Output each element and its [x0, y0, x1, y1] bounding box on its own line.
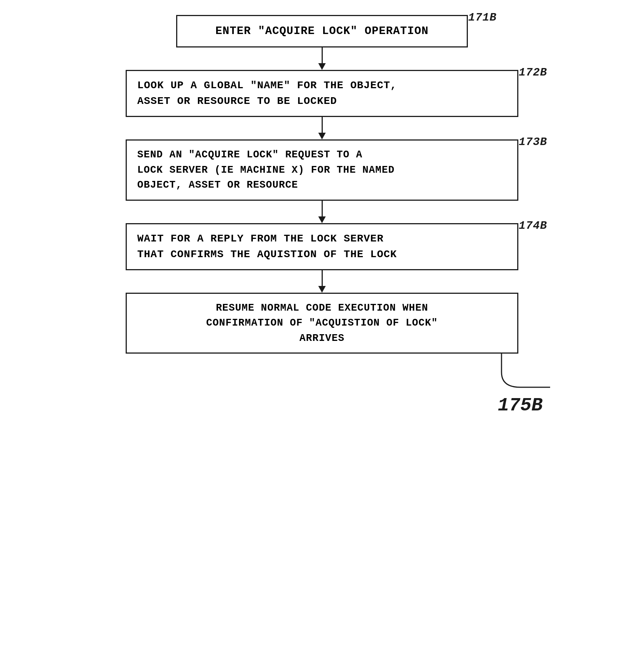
arrow-4: [318, 270, 326, 293]
box-173b: SEND AN "ACQUIRE LOCK" REQUEST TO ALOCK …: [126, 139, 518, 201]
arrow-line-2: [322, 117, 323, 133]
box-172b: LOOK UP A GLOBAL "NAME" FOR THE OBJECT,A…: [126, 70, 518, 117]
box-171b: ENTER "ACQUIRE LOCK" OPERATION 171B: [176, 15, 468, 47]
box-174b: WAIT FOR A REPLY FROM THE LOCK SERVERTHA…: [126, 223, 518, 270]
diagram-container: ENTER "ACQUIRE LOCK" OPERATION 171B LOOK…: [0, 0, 644, 659]
box-172b-text: LOOK UP A GLOBAL "NAME" FOR THE OBJECT,A…: [137, 80, 397, 107]
arrow-line-1: [322, 47, 323, 63]
box-175b: RESUME NORMAL CODE EXECUTION WHENCONFIRM…: [126, 293, 518, 354]
arrow-line-3: [322, 201, 323, 216]
box-175b-text: RESUME NORMAL CODE EXECUTION WHENCONFIRM…: [206, 302, 438, 344]
arrow-3: [318, 201, 326, 223]
ref-174b: 174B: [519, 218, 547, 234]
box-174b-text: WAIT FOR A REPLY FROM THE LOCK SERVERTHA…: [137, 233, 397, 260]
ref-171b: 171B: [468, 9, 497, 26]
arrow-head-2: [318, 133, 326, 139]
flowchart: ENTER "ACQUIRE LOCK" OPERATION 171B LOOK…: [79, 15, 565, 416]
arrow-1: [318, 47, 326, 70]
ref-175b-label: 175B: [498, 395, 543, 416]
box-173b-text: SEND AN "ACQUIRE LOCK" REQUEST TO ALOCK …: [137, 149, 395, 191]
ref-173b: 173B: [519, 134, 547, 151]
box-171b-text: ENTER "ACQUIRE LOCK" OPERATION: [215, 25, 429, 37]
arrow-2: [318, 117, 326, 139]
terminal-section: 175B: [71, 354, 558, 416]
arrow-line-4: [322, 270, 323, 286]
ref-172b: 172B: [519, 64, 547, 81]
arrow-head-3: [318, 216, 326, 223]
arrow-head-1: [318, 63, 326, 70]
arrow-head-4: [318, 286, 326, 293]
